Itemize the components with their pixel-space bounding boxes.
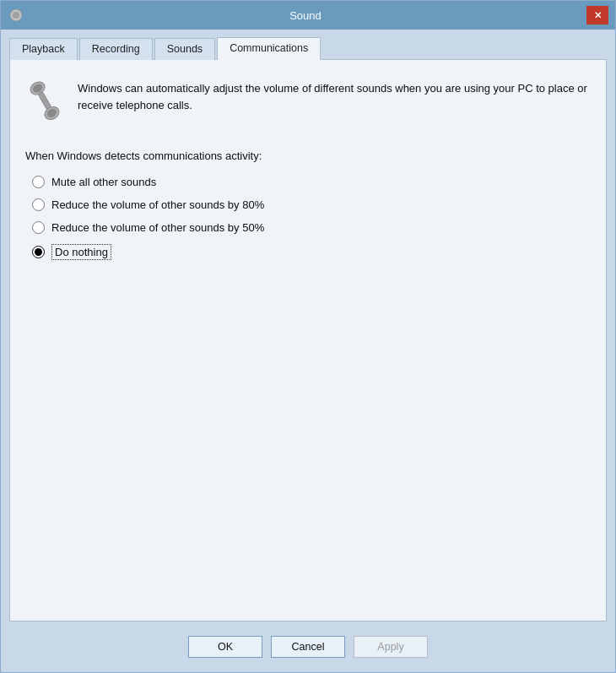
- sound-dialog: Sound ✕ Playback Recording Sounds Commun…: [0, 0, 616, 673]
- section-label: When Windows detects communications acti…: [25, 149, 591, 162]
- tab-communications[interactable]: Communications: [217, 37, 321, 60]
- radio-reduce80-input[interactable]: [32, 198, 45, 211]
- footer: OK Cancel Apply: [1, 621, 615, 672]
- title-bar: Sound ✕: [1, 1, 615, 30]
- window-title: Sound: [24, 9, 586, 22]
- radio-group: Mute all other sounds Reduce the volume …: [25, 176, 591, 260]
- radio-reduce50[interactable]: Reduce the volume of other sounds by 50%: [32, 221, 591, 234]
- radio-mute[interactable]: Mute all other sounds: [32, 176, 591, 188]
- info-box: Windows can automatically adjust the vol…: [25, 77, 591, 128]
- radio-reduce50-input[interactable]: [32, 221, 45, 234]
- cancel-button[interactable]: Cancel: [271, 636, 345, 658]
- phone-icon: [25, 77, 66, 128]
- radio-reduce50-label: Reduce the volume of other sounds by 50%: [51, 221, 264, 234]
- info-text: Windows can automatically adjust the vol…: [78, 77, 591, 113]
- ok-button[interactable]: OK: [188, 636, 262, 658]
- radio-mute-label: Mute all other sounds: [51, 176, 156, 188]
- tab-sounds[interactable]: Sounds: [154, 38, 215, 60]
- radio-mute-input[interactable]: [32, 176, 45, 188]
- content-area: Playback Recording Sounds Communications: [1, 30, 615, 621]
- radio-donothing-input[interactable]: [32, 246, 45, 258]
- title-bar-icon: [8, 7, 24, 24]
- radio-donothing-label: Do nothing: [51, 244, 111, 260]
- tabs-row: Playback Recording Sounds Communications: [9, 36, 607, 59]
- tab-playback[interactable]: Playback: [9, 38, 78, 60]
- tab-recording[interactable]: Recording: [79, 38, 153, 60]
- close-button[interactable]: ✕: [586, 6, 608, 24]
- tab-panel-communications: Windows can automatically adjust the vol…: [9, 59, 607, 621]
- svg-point-1: [13, 12, 19, 19]
- apply-button[interactable]: Apply: [354, 636, 428, 658]
- radio-reduce80[interactable]: Reduce the volume of other sounds by 80%: [32, 198, 591, 211]
- radio-reduce80-label: Reduce the volume of other sounds by 80%: [51, 198, 264, 211]
- radio-donothing[interactable]: Do nothing: [32, 244, 591, 260]
- svg-rect-4: [38, 91, 51, 110]
